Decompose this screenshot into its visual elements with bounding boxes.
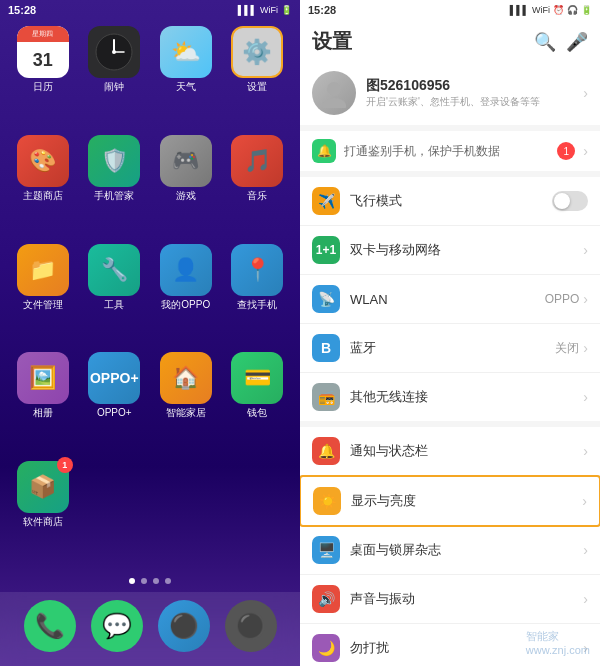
network-settings-group: ✈️ 飞行模式 1+1 双卡与移动网络 › 📡 WLAN OPPO › B 蓝牙… (300, 177, 600, 421)
airplane-icon: ✈️ (312, 187, 340, 215)
clock-label: 闹钟 (104, 81, 124, 93)
desktop-label: 桌面与锁屏杂志 (350, 541, 583, 559)
desktop-icon: 🖥️ (312, 536, 340, 564)
app-item-phonemanager[interactable]: 🛡️ 手机管家 (82, 135, 148, 238)
message-icon: 💬 (102, 612, 132, 640)
dock-contacts[interactable]: ⚫ (225, 600, 277, 652)
files-icon: 📁 (29, 257, 56, 283)
softstore-badge: 1 (57, 457, 73, 473)
sim-chevron: › (583, 242, 588, 258)
left-status-icons: ▌▌▌ WiFi 🔋 (238, 5, 292, 15)
avatar (312, 71, 356, 115)
settings-item-sound[interactable]: 🔊 声音与振动 › (300, 575, 600, 624)
dock-phone[interactable]: 📞 (24, 600, 76, 652)
display-icon: ☀️ (313, 487, 341, 515)
app-item-clock[interactable]: 闹钟 (82, 26, 148, 129)
settings-item-wlan[interactable]: 📡 WLAN OPPO › (300, 275, 600, 324)
sound-chevron: › (583, 591, 588, 607)
right-battery-icon: 🔋 (581, 5, 592, 15)
dock-camera[interactable]: ⚫ (158, 600, 210, 652)
app-item-tools[interactable]: 🔧 工具 (82, 244, 148, 347)
profile-name: 图526106956 (366, 77, 583, 95)
svg-point-5 (322, 98, 346, 108)
app-item-wallet[interactable]: 💳 钱包 (225, 352, 291, 455)
settings-item-notification[interactable]: 🔔 通知与状态栏 › (300, 427, 600, 476)
album-icon: 🖼️ (29, 365, 56, 391)
app-item-album[interactable]: 🖼️ 相册 (10, 352, 76, 455)
right-status-icons: ▌▌▌ WiFi ⏰ 🎧 🔋 (510, 5, 592, 15)
oppoplus-label: OPPO+ (97, 407, 132, 419)
weather-label: 天气 (176, 81, 196, 93)
appstore-icon: 🎨 (29, 148, 56, 174)
settings-title: 设置 (312, 28, 352, 55)
app-item-files[interactable]: 📁 文件管理 (10, 244, 76, 347)
settings-item-otherwireless[interactable]: 📻 其他无线连接 › (300, 373, 600, 421)
settings-body: 图526106956 开启'云账家'、忽性手机、登录设备等等 › 🔔 打通鉴别手… (300, 61, 600, 666)
profile-section[interactable]: 图526106956 开启'云账家'、忽性手机、登录设备等等 › (300, 61, 600, 125)
airplane-toggle[interactable] (552, 191, 588, 211)
calendar-header: 星期四 (17, 26, 69, 42)
airplane-label: 飞行模式 (350, 192, 552, 210)
page-dot-2[interactable] (141, 578, 147, 584)
otherwireless-icon: 📻 (312, 383, 340, 411)
notification-bar[interactable]: 🔔 打通鉴别手机，保护手机数据 1 › (300, 131, 600, 171)
tools-label: 工具 (104, 299, 124, 311)
app-item-oppoplus[interactable]: OPPO+ OPPO+ (82, 352, 148, 455)
left-signal-icon: ▌▌▌ (238, 5, 257, 15)
sound-icon: 🔊 (312, 585, 340, 613)
app-item-weather[interactable]: ⛅ 天气 (153, 26, 219, 129)
voice-icon[interactable]: 🎤 (566, 31, 588, 53)
app-item-appstore[interactable]: 🎨 主题商店 (10, 135, 76, 238)
settings-item-desktop[interactable]: 🖥️ 桌面与锁屏杂志 › (300, 526, 600, 575)
search-icon[interactable]: 🔍 (534, 31, 556, 53)
wlan-chevron: › (583, 291, 588, 307)
album-label: 相册 (33, 407, 53, 419)
app-item-game[interactable]: 🎮 游戏 (153, 135, 219, 238)
page-indicators (0, 570, 300, 592)
app-item-smarthome[interactable]: 🏠 智能家居 (153, 352, 219, 455)
files-label: 文件管理 (23, 299, 63, 311)
settings-item-airplane[interactable]: ✈️ 飞行模式 (300, 177, 600, 226)
bluetooth-icon: B (312, 334, 340, 362)
home-screen: 15:28 ▌▌▌ WiFi 🔋 星期四 31 日历 (0, 0, 300, 666)
app-item-settings[interactable]: ⚙️ 设置 (225, 26, 291, 129)
settings-item-display[interactable]: ☀️ 显示与亮度 › (300, 475, 600, 527)
app-item-music[interactable]: 🎵 音乐 (225, 135, 291, 238)
watermark: 智能家 www.znj.com (526, 629, 590, 656)
profile-info: 图526106956 开启'云账家'、忽性手机、登录设备等等 (366, 77, 583, 109)
contacts-icon: ⚫ (236, 612, 266, 640)
avatar-svg (319, 78, 349, 108)
right-wifi-icon: WiFi (532, 5, 550, 15)
right-alarm-icon: ⏰ (553, 5, 564, 15)
notification-icon: 🔔 (312, 139, 336, 163)
softstore-label: 软件商店 (23, 516, 63, 528)
app-item-findphone[interactable]: 📍 查找手机 (225, 244, 291, 347)
app-item-myoppo[interactable]: 👤 我的OPPO (153, 244, 219, 347)
tools-icon: 🔧 (101, 257, 128, 283)
game-icon: 🎮 (172, 148, 199, 174)
calendar-date: 31 (33, 42, 53, 78)
avatar-inner (312, 71, 356, 115)
svg-point-3 (112, 50, 116, 54)
app-grid: 星期四 31 日历 闹钟 (0, 20, 300, 570)
donotdisturb-icon: 🌙 (312, 634, 340, 662)
dock-message[interactable]: 💬 (91, 600, 143, 652)
appstore-label: 主题商店 (23, 190, 63, 202)
app-item-calendar[interactable]: 星期四 31 日历 (10, 26, 76, 129)
notification-settings-icon: 🔔 (312, 437, 340, 465)
camera-icon: ⚫ (169, 612, 199, 640)
myoppo-label: 我的OPPO (161, 299, 210, 311)
page-dot-4[interactable] (165, 578, 171, 584)
wallet-label: 钱包 (247, 407, 267, 419)
page-dot-1[interactable] (129, 578, 135, 584)
app-item-softstore[interactable]: 📦 1 软件商店 (10, 461, 76, 564)
watermark-text: 智能家 (526, 630, 559, 642)
settings-item-sim[interactable]: 1+1 双卡与移动网络 › (300, 226, 600, 275)
wlan-value: OPPO (545, 292, 580, 306)
wlan-label: WLAN (350, 292, 545, 307)
phonemanager-icon: 🛡️ (101, 148, 128, 174)
music-icon: 🎵 (244, 148, 271, 174)
page-dot-3[interactable] (153, 578, 159, 584)
settings-item-bluetooth[interactable]: B 蓝牙 关闭 › (300, 324, 600, 373)
profile-sub: 开启'云账家'、忽性手机、登录设备等等 (366, 95, 583, 109)
